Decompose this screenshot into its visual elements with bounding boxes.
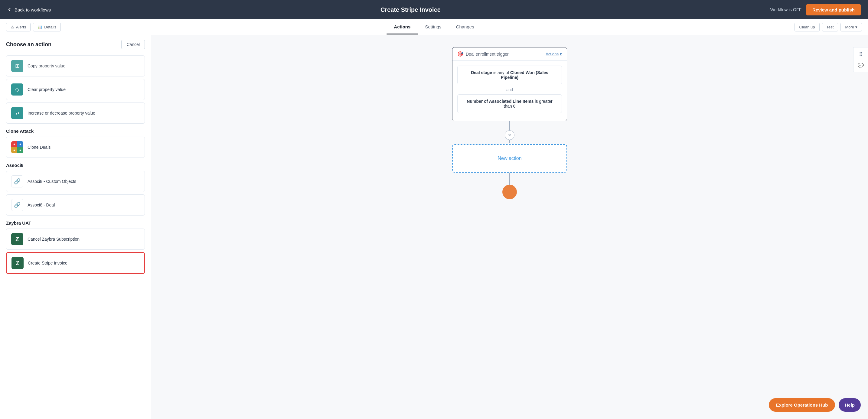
connector-line-3 bbox=[509, 172, 510, 185]
workflow-canvas: 🎯 Deal enrollment trigger Actions ▾ Deal… bbox=[452, 47, 567, 199]
back-arrow-icon bbox=[7, 7, 12, 12]
clear-property-icon: ◇ bbox=[11, 84, 23, 96]
clone-deals-icon: ✦ ✦ ✦ ✦ bbox=[11, 141, 23, 153]
trigger-body: Deal stage is any of Closed Won (Sales P… bbox=[453, 61, 567, 121]
cleanup-button[interactable]: Clean up bbox=[795, 23, 819, 31]
alert-icon: ⚠ bbox=[10, 25, 14, 29]
back-to-workflows[interactable]: Back to workflows bbox=[7, 7, 51, 12]
list-item[interactable]: ⊞ Copy property value bbox=[6, 55, 145, 76]
associ8-deal-icon: 🔗 bbox=[11, 199, 23, 211]
comment-icon[interactable]: 💬 bbox=[857, 61, 865, 69]
tab-changes[interactable]: Changes bbox=[449, 20, 482, 34]
associ8-custom-icon: 🔗 bbox=[11, 175, 23, 187]
list-item-selected[interactable]: Z Create Stripe Invoice bbox=[6, 252, 145, 274]
list-item[interactable]: 🔗 Associ8 - Deal bbox=[6, 194, 145, 216]
sub-nav-left: ⚠ Alerts 📊 Details bbox=[6, 23, 61, 31]
cancel-zaybra-icon: Z bbox=[11, 233, 23, 245]
end-node bbox=[502, 185, 517, 199]
tab-settings[interactable]: Settings bbox=[418, 20, 448, 34]
review-publish-button[interactable]: Review and publish bbox=[806, 4, 861, 15]
section-title-zaybra: Zaybra UAT bbox=[6, 220, 145, 226]
workflow-status: Workflow is OFF bbox=[770, 7, 802, 12]
action-label: Clone Deals bbox=[28, 145, 51, 150]
tab-bar: Actions Settings Changes bbox=[386, 20, 481, 34]
connector-line-1 bbox=[509, 121, 510, 130]
action-label: Associ8 - Custom Objects bbox=[28, 179, 76, 184]
condition-box-1: Deal stage is any of Closed Won (Sales P… bbox=[457, 66, 562, 84]
sub-navigation: ⚠ Alerts 📊 Details Actions Settings Chan… bbox=[0, 19, 868, 35]
panel-header: Choose an action Cancel bbox=[0, 35, 151, 54]
back-label: Back to workflows bbox=[14, 7, 51, 12]
help-button[interactable]: Help bbox=[839, 398, 861, 412]
test-button[interactable]: Test bbox=[822, 23, 838, 31]
trigger-label: Deal enrollment trigger bbox=[466, 52, 509, 57]
grid-icon[interactable]: ⠿ bbox=[857, 50, 865, 59]
main-layout: Choose an action Cancel ⊞ Copy property … bbox=[0, 35, 868, 419]
copy-property-icon: ⊞ bbox=[11, 60, 23, 72]
create-stripe-icon: Z bbox=[11, 257, 24, 269]
trigger-box: 🎯 Deal enrollment trigger Actions ▾ Deal… bbox=[452, 47, 567, 121]
list-item[interactable]: ⇄ Increase or decrease property value bbox=[6, 102, 145, 124]
section-title-clone-attack: Clone Attack bbox=[6, 128, 145, 134]
new-action-box[interactable]: New action bbox=[452, 144, 567, 172]
and-label: and bbox=[457, 87, 562, 92]
new-action-label: New action bbox=[497, 156, 521, 161]
list-item[interactable]: 🔗 Associ8 - Custom Objects bbox=[6, 171, 145, 192]
canvas-area: 🎯 Deal enrollment trigger Actions ▾ Deal… bbox=[151, 35, 868, 419]
action-label: Clear property value bbox=[28, 87, 66, 92]
panel-content: ⊞ Copy property value ◇ Clear property v… bbox=[0, 54, 151, 419]
trigger-actions-button[interactable]: Actions ▾ bbox=[546, 52, 562, 56]
connector-line-2 bbox=[509, 140, 510, 143]
chevron-down-icon: ▾ bbox=[855, 25, 858, 29]
panel-title: Choose an action bbox=[6, 41, 52, 48]
sub-nav-right: Clean up Test More ▾ bbox=[795, 23, 862, 31]
top-nav-right: Workflow is OFF Review and publish bbox=[770, 4, 861, 15]
action-label: Copy property value bbox=[28, 63, 65, 68]
action-label: Increase or decrease property value bbox=[28, 111, 95, 116]
more-button[interactable]: More ▾ bbox=[840, 23, 862, 31]
explore-operations-hub-button[interactable]: Explore Operations Hub bbox=[769, 398, 835, 412]
section-title-associ8: Associ8 bbox=[6, 163, 145, 168]
deal-trigger-icon: 🎯 bbox=[457, 51, 463, 57]
details-button[interactable]: 📊 Details bbox=[33, 23, 61, 31]
list-item[interactable]: Z Cancel Zaybra Subscription bbox=[6, 229, 145, 250]
details-icon: 📊 bbox=[37, 25, 42, 29]
alerts-button[interactable]: ⚠ Alerts bbox=[6, 23, 31, 31]
add-step-button[interactable]: ✕ bbox=[505, 130, 515, 140]
canvas-tools: ⠿ 💬 bbox=[853, 47, 868, 72]
bottom-right-buttons: Explore Operations Hub Help bbox=[769, 398, 861, 412]
top-navigation: Back to workflows Create Stripe Invoice … bbox=[0, 0, 868, 19]
action-label: Cancel Zaybra Subscription bbox=[28, 237, 80, 241]
left-panel: Choose an action Cancel ⊞ Copy property … bbox=[0, 35, 151, 419]
action-label: Associ8 - Deal bbox=[28, 202, 55, 207]
action-label: Create Stripe Invoice bbox=[28, 261, 67, 265]
list-item[interactable]: ✦ ✦ ✦ ✦ Clone Deals bbox=[6, 137, 145, 158]
increase-property-icon: ⇄ bbox=[11, 107, 23, 119]
close-icon: ✕ bbox=[508, 133, 512, 137]
cancel-button[interactable]: Cancel bbox=[121, 40, 145, 49]
condition-box-2: Number of Associated Line Items is great… bbox=[457, 94, 562, 113]
trigger-chevron-icon: ▾ bbox=[560, 52, 562, 56]
trigger-header-left: 🎯 Deal enrollment trigger bbox=[457, 51, 509, 57]
list-item[interactable]: ◇ Clear property value bbox=[6, 79, 145, 100]
tab-actions[interactable]: Actions bbox=[386, 20, 418, 34]
page-title: Create Stripe Invoice bbox=[380, 6, 441, 13]
trigger-header: 🎯 Deal enrollment trigger Actions ▾ bbox=[453, 47, 567, 61]
